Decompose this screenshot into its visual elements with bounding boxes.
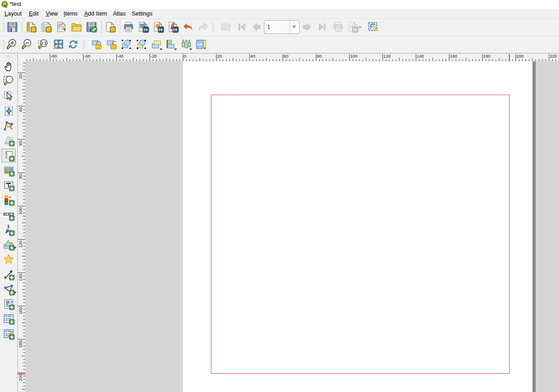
svg-text:200: 200 bbox=[516, 54, 524, 59]
svg-text:80: 80 bbox=[317, 54, 322, 59]
svg-text:1:1: 1:1 bbox=[41, 41, 47, 45]
svg-text:60: 60 bbox=[18, 140, 23, 145]
svg-text:80: 80 bbox=[18, 174, 23, 179]
svg-text:N: N bbox=[7, 226, 10, 231]
svg-text:120: 120 bbox=[18, 241, 23, 248]
svg-text:180: 180 bbox=[18, 341, 23, 348]
svg-text:200: 200 bbox=[18, 374, 23, 381]
svg-text:40: 40 bbox=[250, 54, 255, 59]
svg-text:100: 100 bbox=[18, 207, 23, 215]
svg-text:120: 120 bbox=[383, 54, 391, 59]
svg-text:40: 40 bbox=[18, 107, 23, 113]
svg-text:20: 20 bbox=[217, 54, 222, 59]
svg-text:220: 220 bbox=[550, 54, 557, 59]
svg-text:-80: -80 bbox=[51, 54, 57, 59]
svg-text:140: 140 bbox=[417, 54, 424, 59]
svg-text:60: 60 bbox=[284, 54, 289, 59]
svg-text:100: 100 bbox=[350, 54, 357, 59]
svg-text:140: 140 bbox=[18, 274, 23, 281]
svg-text:-20: -20 bbox=[150, 54, 157, 59]
svg-text:-40: -40 bbox=[117, 54, 124, 59]
svg-text:160: 160 bbox=[18, 307, 23, 315]
svg-text:20: 20 bbox=[18, 74, 23, 79]
svg-text:0: 0 bbox=[184, 54, 186, 59]
svg-text:160: 160 bbox=[450, 54, 457, 59]
svg-text:-60: -60 bbox=[84, 54, 91, 59]
svg-text:180: 180 bbox=[483, 54, 490, 59]
